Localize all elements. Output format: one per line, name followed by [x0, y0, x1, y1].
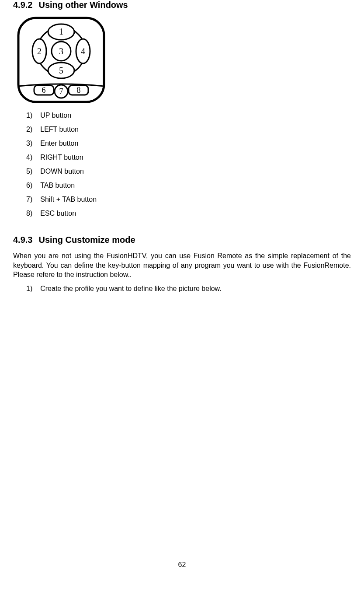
list-item: 1)UP button: [26, 112, 351, 119]
remote-label-8: 8: [77, 86, 81, 94]
list-num: 5): [26, 168, 32, 175]
list-label: ESC button: [40, 210, 76, 217]
list-num: 1): [26, 285, 32, 293]
list-item: 3)Enter button: [26, 140, 351, 147]
list-num: 7): [26, 196, 32, 203]
list-label: TAB button: [40, 182, 75, 189]
list-num: 6): [26, 182, 32, 189]
section-paragraph: When you are not using the FusionHDTV, y…: [13, 251, 351, 280]
remote-illustration: 1 2 3 4 5 6 7 8: [13, 16, 109, 104]
list-num: 2): [26, 126, 32, 133]
list-item: 4)RIGHT button: [26, 154, 351, 161]
list-item: 7)Shift + TAB button: [26, 196, 351, 203]
section-title: Using Customize mode: [38, 235, 135, 245]
list-num: 3): [26, 140, 32, 147]
section-heading-4-9-3: 4.9.3Using Customize mode: [13, 235, 351, 245]
list-num: 4): [26, 154, 32, 161]
list-label: DOWN button: [40, 168, 84, 175]
section-title: Using other Windows: [38, 0, 128, 10]
section-heading-4-9-2: 4.9.2Using other Windows: [13, 0, 351, 10]
remote-label-4: 4: [81, 46, 85, 56]
list-item: 2)LEFT button: [26, 126, 351, 133]
list-label: UP button: [40, 112, 71, 119]
list-label: LEFT button: [40, 126, 79, 133]
section-number: 4.9.2: [13, 0, 32, 10]
remote-label-6: 6: [42, 86, 46, 94]
list-num: 8): [26, 210, 32, 217]
remote-label-3: 3: [59, 46, 63, 56]
list-item: 6)TAB button: [26, 182, 351, 189]
section-number: 4.9.3: [13, 235, 32, 245]
remote-label-1: 1: [59, 27, 63, 36]
button-description-list: 1)UP button 2)LEFT button 3)Enter button…: [13, 112, 351, 217]
remote-label-5: 5: [59, 66, 63, 75]
list-label: Shift + TAB button: [40, 196, 97, 203]
list-item: 8)ESC button: [26, 210, 351, 217]
list-item: 5)DOWN button: [26, 168, 351, 175]
page-number: 62: [0, 561, 364, 569]
list-item: 1)Create the profile you want to define …: [26, 285, 351, 293]
steps-list: 1)Create the profile you want to define …: [13, 285, 351, 293]
remote-label-7: 7: [59, 87, 63, 96]
list-label: Create the profile you want to define li…: [40, 285, 221, 292]
list-num: 1): [26, 112, 32, 119]
list-label: RIGHT button: [40, 154, 83, 161]
list-label: Enter button: [40, 140, 78, 147]
remote-label-2: 2: [37, 46, 42, 56]
